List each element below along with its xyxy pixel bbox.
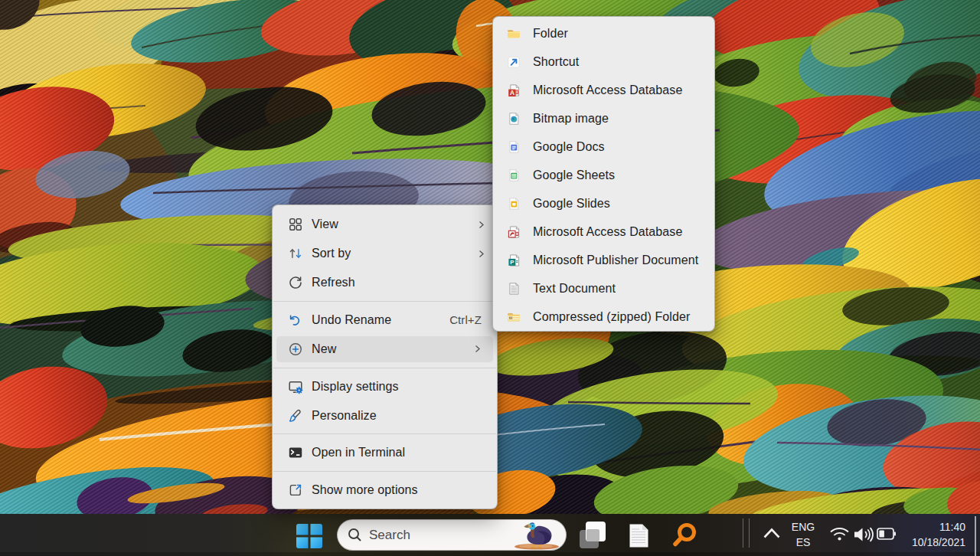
svg-text:P: P — [510, 258, 514, 265]
svg-text:A: A — [510, 89, 514, 96]
